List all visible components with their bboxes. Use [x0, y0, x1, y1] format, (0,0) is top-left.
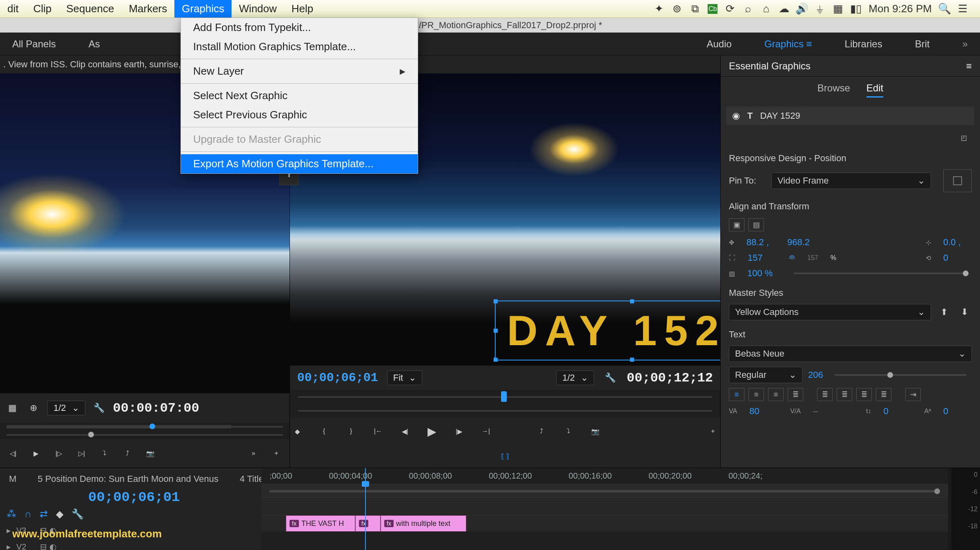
play-icon[interactable]: ▶ — [29, 446, 43, 461]
text-justify-last-left-icon[interactable]: ≣ — [837, 388, 852, 401]
track-v2-label[interactable]: V2 — [16, 542, 26, 550]
date-icon[interactable]: ▦ — [833, 4, 843, 14]
position-y[interactable]: 968.2 — [787, 237, 816, 248]
home-icon[interactable]: ⌂ — [761, 4, 771, 14]
position-x[interactable]: 88.2 , — [746, 237, 775, 248]
source-timecode[interactable]: 00:00:07:00 — [113, 401, 199, 416]
text-align-left-icon[interactable]: ≡ — [729, 388, 744, 401]
program-fit-select[interactable]: Fit⌄ — [387, 370, 422, 385]
volume-icon[interactable]: 🔊 — [797, 4, 807, 14]
text-justify-last-center-icon[interactable]: ≣ — [856, 388, 872, 401]
source-zoom-slider[interactable] — [0, 431, 290, 439]
spotlight-icon[interactable]: 🔍 — [939, 4, 950, 14]
marker-icon[interactable]: ◆ — [56, 508, 63, 520]
opacity-value[interactable]: 100 % — [747, 268, 776, 279]
panel-menu-icon[interactable]: ≡ — [966, 60, 972, 72]
mark-in-icon[interactable]: { — [317, 424, 332, 439]
magnet-icon[interactable]: ∩ — [24, 508, 31, 520]
sync-icon[interactable]: ⟳ — [725, 4, 735, 14]
menu-edit[interactable]: dit — [0, 0, 26, 18]
track-toggle-icon[interactable]: ▸ — [7, 542, 11, 550]
mark-in-icon[interactable]: ◁| — [6, 446, 20, 461]
linked-selection-icon[interactable]: ⇄ — [40, 508, 48, 520]
insert-icon[interactable]: ⤵ — [97, 446, 112, 461]
opacity-slider[interactable] — [794, 273, 966, 274]
font-select[interactable]: Bebas Neue⌄ — [729, 346, 972, 362]
play-icon[interactable]: ▶ — [425, 424, 439, 439]
rotation-value[interactable]: 0 — [943, 253, 972, 263]
add-button-icon[interactable]: + — [269, 446, 284, 461]
extract-icon[interactable]: ⤵ — [561, 424, 576, 439]
go-in-icon[interactable]: |← — [371, 424, 385, 439]
workspace-overflow[interactable]: » — [958, 36, 972, 52]
step-fwd-icon[interactable]: |▷ — [51, 446, 66, 461]
leading-value[interactable]: 0 — [883, 406, 912, 417]
lift-icon[interactable]: ⤴ — [534, 424, 549, 439]
text-justify-all-icon[interactable]: ≣ — [817, 388, 833, 401]
eg-layer-row[interactable]: ◉ T DAY 1529 — [726, 106, 974, 125]
workspace-all-panels[interactable]: All Panels — [8, 36, 60, 52]
source-view-icon[interactable]: ▦ — [5, 401, 20, 415]
workspace-brit[interactable]: Brit — [911, 36, 934, 52]
menu-window[interactable]: Window — [232, 0, 284, 18]
pull-style-icon[interactable]: ⬇ — [957, 305, 972, 319]
timeline-clip[interactable]: fxTHE VAST H — [286, 515, 355, 532]
source-scrubber[interactable] — [0, 423, 290, 431]
baseline-value[interactable]: 0 — [943, 406, 972, 417]
new-layer-icon[interactable]: ◰ — [956, 130, 971, 145]
mark-out-icon[interactable]: ▷| — [74, 446, 89, 461]
program-zoom-slider[interactable] — [290, 404, 720, 418]
text-align-center-icon[interactable]: ≡ — [748, 388, 764, 401]
timeline-clip[interactable]: fx — [355, 515, 381, 532]
clock-text[interactable]: Mon 9:26 PM — [869, 2, 932, 15]
menu-select-previous[interactable]: Select Previous Graphic — [181, 105, 418, 124]
timeline-clip[interactable]: fxwith multiple text — [381, 515, 466, 532]
wrench-icon[interactable]: 🔧 — [92, 401, 107, 415]
cloud-icon[interactable]: ☁ — [779, 4, 789, 14]
push-style-icon[interactable]: ⬆ — [937, 305, 951, 319]
timeline-tab-position-demo[interactable]: 5 Position Demo: Sun Earth Moon and Venu… — [35, 472, 221, 487]
timeline-playhead[interactable] — [365, 468, 366, 550]
menu-install-mogrt[interactable]: Install Motion Graphics Template... — [181, 37, 418, 56]
workspace-graphics[interactable]: Graphics ≡ — [760, 36, 816, 52]
overwrite-icon[interactable]: ⤴ — [120, 446, 135, 461]
selected-text-frame[interactable]: DAY 1529 — [495, 301, 720, 361]
step-back-icon[interactable]: ◀| — [398, 424, 412, 439]
menu-list-icon[interactable]: ☰ — [957, 4, 968, 14]
tab-icon[interactable]: ⇥ — [905, 388, 921, 401]
workspace-assembly[interactable]: As — [85, 36, 104, 52]
eye-icon[interactable]: ◉ — [732, 111, 740, 121]
align-center-icon[interactable]: ▤ — [748, 218, 764, 231]
evernote-icon[interactable]: ✦ — [654, 4, 664, 14]
source-insert-icon[interactable]: ⊕ — [26, 401, 41, 415]
mark-out-icon[interactable]: } — [344, 424, 359, 439]
step-fwd-icon[interactable]: |▶ — [452, 424, 466, 439]
program-scrubber[interactable] — [290, 390, 720, 404]
key-icon[interactable]: ⌕ — [743, 4, 753, 14]
font-size[interactable]: 206 — [808, 370, 823, 380]
add-button-icon[interactable]: + — [706, 424, 720, 439]
anchor-value[interactable]: 0.0 , — [943, 237, 972, 248]
tracking-value[interactable]: 80 — [749, 406, 778, 417]
eg-tab-edit[interactable]: Edit — [866, 82, 883, 98]
menu-export-mogrt[interactable]: Export As Motion Graphics Template... — [181, 154, 418, 173]
export-frame-icon[interactable]: 📷 — [143, 446, 158, 461]
master-style-select[interactable]: Yellow Captions⌄ — [729, 304, 931, 320]
menu-clip[interactable]: Clip — [26, 0, 59, 18]
link-icon[interactable]: 𐄷 — [788, 254, 795, 262]
battery-icon[interactable]: ▮▯ — [851, 4, 861, 14]
menu-help[interactable]: Help — [284, 0, 321, 18]
snap-icon[interactable]: ⁂ — [7, 508, 16, 520]
text-align-right-icon[interactable]: ≡ — [768, 388, 784, 401]
program-scale-select[interactable]: 1/2⌄ — [556, 370, 594, 385]
menu-select-next[interactable]: Select Next Graphic — [181, 86, 418, 105]
workspace-libraries[interactable]: Libraries — [841, 36, 886, 52]
font-size-slider[interactable] — [835, 374, 966, 376]
dropbox-icon[interactable]: ⧉ — [690, 4, 700, 14]
timeline-tab-media[interactable]: M — [7, 472, 19, 487]
menu-add-fonts[interactable]: Add Fonts from Typekit... — [181, 18, 418, 37]
title-text[interactable]: DAY 1529 — [507, 306, 720, 355]
eg-tab-browse[interactable]: Browse — [817, 82, 850, 98]
program-in-timecode[interactable]: 00;00;06;01 — [297, 371, 378, 385]
source-scale-select[interactable]: 1/2⌄ — [47, 401, 85, 415]
